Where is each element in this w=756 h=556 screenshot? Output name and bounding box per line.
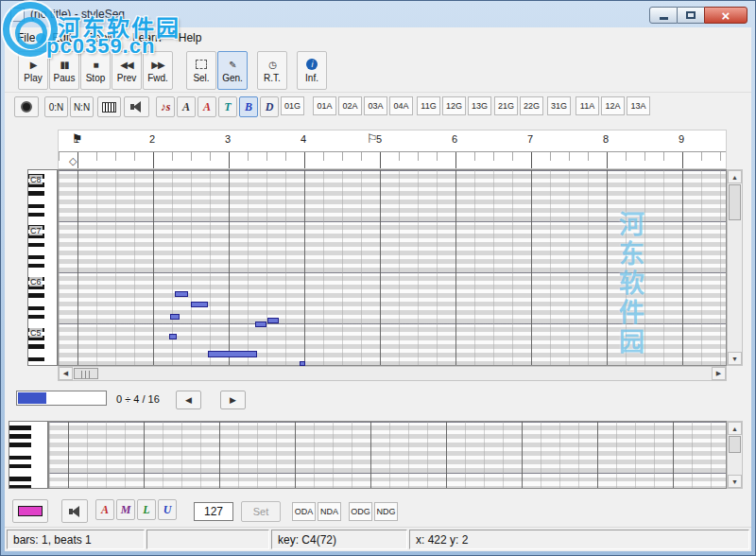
speaker-icon	[130, 101, 143, 113]
info-button[interactable]: iInf.	[297, 51, 327, 90]
stop-label: Stop	[86, 73, 106, 83]
tool-s[interactable]: ♪s	[156, 96, 175, 117]
client-area: FileEditToolsLearnHelp ▶Play ▮▮Paus ■Sto…	[5, 27, 751, 551]
piano-keyboard-small[interactable]	[9, 421, 48, 489]
step-forward-button[interactable]: ▶	[220, 391, 246, 409]
status-key: key: C4(72)	[271, 530, 407, 549]
loop-flag-icon[interactable]: ⚐	[367, 131, 378, 146]
pattern-03a[interactable]: 03A	[364, 96, 387, 115]
position-marker-icon[interactable]: ◇	[69, 155, 77, 167]
midi-note[interactable]	[267, 318, 279, 323]
menu-file[interactable]: File	[9, 28, 43, 47]
velocity-input[interactable]	[194, 502, 233, 521]
mode-button-nn[interactable]: N:N	[70, 96, 94, 117]
minimize-icon	[660, 17, 668, 20]
pattern-12a[interactable]: 12A	[601, 96, 625, 115]
pause-button[interactable]: ▮▮Paus	[49, 51, 79, 90]
edit-tool-a[interactable]: A	[95, 499, 114, 520]
midi-note[interactable]	[170, 314, 180, 320]
pattern-31g[interactable]: 31G	[547, 96, 571, 115]
pattern-11a[interactable]: 11A	[576, 96, 599, 115]
mode-button-0n[interactable]: 0:N	[44, 96, 68, 117]
set-button[interactable]: Set	[241, 501, 281, 522]
bottom-letter-tool-group: AMLU	[95, 499, 177, 520]
edit-tool-m[interactable]: M	[116, 499, 135, 520]
mode-nda[interactable]: NDA	[318, 502, 341, 521]
main-piano-roll: C8C7C6C5 ▲ ▼	[5, 169, 751, 366]
mode-oda[interactable]: ODA	[292, 502, 316, 521]
vertical-scroll-thumb-2[interactable]	[729, 436, 741, 453]
edit-tool-l[interactable]: L	[137, 499, 156, 520]
record-knob-button[interactable]	[14, 96, 39, 117]
titlebar[interactable]: (no title) - styleSeq ×	[1, 1, 755, 27]
midi-note[interactable]	[191, 302, 208, 307]
edit-tool-u[interactable]: U	[158, 499, 177, 520]
scroll-right-button[interactable]: ▶	[712, 367, 726, 380]
tool-b[interactable]: B	[239, 96, 258, 117]
midi-note[interactable]	[169, 334, 177, 339]
realtime-button[interactable]: ◷R.T.	[257, 51, 287, 90]
pattern-04a[interactable]: 04A	[389, 96, 413, 115]
prev-button[interactable]: ◀◀Prev	[112, 51, 142, 90]
pattern-01a[interactable]: 01A	[313, 96, 336, 115]
note-grid[interactable]	[58, 169, 727, 366]
pattern-22g[interactable]: 22G	[520, 96, 543, 115]
note-grid-2[interactable]	[48, 421, 727, 489]
piano-keyboard[interactable]: C8C7C6C5	[27, 169, 58, 366]
menu-edit[interactable]: Edit	[43, 28, 80, 47]
midi-note[interactable]	[175, 291, 188, 297]
audition-button-2[interactable]	[61, 499, 88, 523]
tool-a[interactable]: A	[177, 96, 196, 117]
select-button[interactable]: Sel.	[186, 51, 216, 90]
generate-button[interactable]: ✎Gen.	[217, 51, 248, 90]
tool-a[interactable]: A	[198, 96, 216, 117]
forward-button[interactable]: ▶▶Fwd.	[143, 51, 173, 90]
tool-t[interactable]: T	[218, 96, 237, 117]
stop-button[interactable]: ■Stop	[80, 51, 111, 90]
pattern-13g[interactable]: 13G	[468, 96, 491, 115]
menu-learn[interactable]: Learn	[124, 28, 170, 47]
piano-view-button[interactable]	[97, 96, 121, 117]
bar-number-7: 7	[527, 133, 533, 145]
step-back-button[interactable]: ◀	[176, 391, 201, 409]
scroll-up-button[interactable]: ▲	[728, 170, 742, 183]
prev-label: Prev	[117, 73, 137, 83]
pattern-01g[interactable]: 01G	[281, 96, 304, 115]
vertical-scrollbar[interactable]: ▲ ▼	[727, 169, 743, 366]
pattern-12g[interactable]: 12G	[442, 96, 466, 115]
scroll-down-button-2[interactable]: ▼	[728, 475, 742, 488]
scroll-up-button-2[interactable]: ▲	[728, 422, 742, 435]
forward-icon: ▶▶	[151, 58, 163, 71]
close-button[interactable]: ×	[704, 7, 747, 24]
horizontal-scrollbar[interactable]: ◀ ▶	[58, 366, 727, 381]
mode-ndg[interactable]: NDG	[374, 502, 398, 521]
horizontal-scroll-thumb[interactable]	[74, 368, 98, 379]
start-flag-icon[interactable]: ⚑	[72, 131, 83, 146]
pattern-11g[interactable]: 11G	[417, 96, 440, 115]
scroll-left-button[interactable]: ◀	[59, 367, 73, 380]
octave-label-c7: C7	[29, 226, 43, 235]
oda-nda-group: ODANDA	[292, 502, 341, 521]
vertical-scroll-thumb[interactable]	[729, 184, 741, 220]
timeline-ruler[interactable]: 123456789 ⚑ ⚐ ◇	[58, 130, 727, 169]
color-swatch-button[interactable]	[12, 499, 48, 523]
octave-label-c8: C8	[29, 175, 43, 184]
maximize-button[interactable]	[678, 7, 704, 24]
pattern-13a[interactable]: 13A	[627, 96, 650, 115]
pattern-02a[interactable]: 02A	[338, 96, 362, 115]
play-label: Play	[24, 73, 42, 83]
position-bar[interactable]	[16, 391, 107, 406]
audition-button[interactable]	[124, 96, 149, 117]
minimize-button[interactable]	[649, 7, 678, 24]
status-bar: bars: 1, beats 1 key: C4(72) x: 422 y: 2	[5, 527, 751, 551]
pattern-21g[interactable]: 21G	[494, 96, 518, 115]
play-button[interactable]: ▶Play	[18, 51, 48, 90]
menu-help[interactable]: Help	[170, 28, 211, 47]
tool-d[interactable]: D	[260, 96, 279, 117]
midi-note[interactable]	[208, 351, 257, 357]
vertical-scrollbar-2[interactable]: ▲ ▼	[727, 421, 743, 489]
scroll-down-button[interactable]: ▼	[728, 352, 742, 365]
mode-odg[interactable]: ODG	[349, 502, 372, 521]
midi-note[interactable]	[255, 321, 266, 327]
menu-tools[interactable]: Tools	[80, 28, 124, 47]
